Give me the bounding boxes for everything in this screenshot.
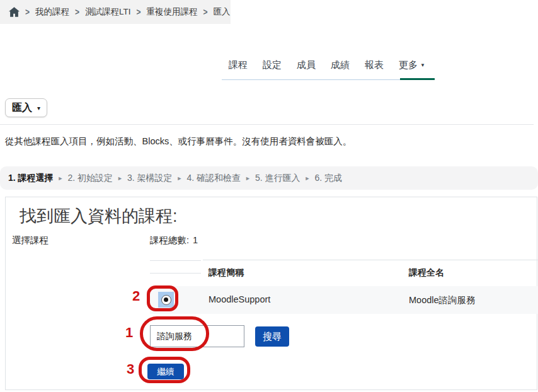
table-border-first-col-bottom [150, 273, 201, 274]
column-header-fullname: 課程全名 [409, 267, 444, 279]
table-row: MoodleSupport Moodle諮詢服務 [150, 286, 538, 314]
course-total: 課程總數:1 [150, 234, 198, 246]
radio-icon [161, 295, 171, 305]
chevron-right-icon: > [25, 7, 30, 17]
step-current-course-selection: 1. 課程選擇 [8, 173, 54, 184]
page: > 我的課程 > 測試課程LTI > 重複使用課程 > 匯入 課程 設定 成員 … [0, 0, 538, 392]
course-nav-tabs: 課程 設定 成員 成績 報表 更多 ▼ [229, 59, 425, 71]
breadcrumb: > 我的課程 > 測試課程LTI > 重複使用課程 > 匯入 [0, 0, 231, 24]
panel-heading: 找到匯入資料的課程: [20, 205, 178, 228]
home-icon[interactable] [9, 7, 20, 17]
chevron-down-icon: ▼ [420, 62, 425, 68]
search-button[interactable]: 搜尋 [255, 326, 289, 347]
chevron-right-icon: > [203, 7, 208, 17]
import-dropdown-label: 匯入 [12, 101, 32, 115]
wizard-steps: 1. 課程選擇 ► 2. 初始設定 ► 3. 架構設定 ► 4. 確認和檢查 ►… [0, 166, 538, 190]
step-arrow-icon: ► [117, 175, 123, 182]
step-arrow-icon: ► [305, 175, 311, 182]
step-confirmation-review: 4. 確認和檢查 [187, 173, 241, 184]
section-divider [0, 124, 534, 125]
tab-reports[interactable]: 報表 [365, 59, 384, 71]
chevron-right-icon: > [75, 7, 79, 17]
course-total-label: 課程總數: [150, 235, 189, 245]
caret-down-icon: ▾ [37, 105, 40, 112]
column-header-shortname: 課程簡稱 [209, 267, 244, 279]
course-radio-selected[interactable] [158, 292, 174, 308]
tabs-underline [222, 79, 400, 80]
tab-participants[interactable]: 成員 [297, 59, 316, 71]
continue-button[interactable]: 繼續 [147, 364, 184, 379]
tab-more-label: 更多 [399, 59, 418, 71]
tab-grades[interactable]: 成績 [331, 59, 350, 71]
step-arrow-icon: ► [58, 175, 64, 182]
tab-course[interactable]: 課程 [229, 59, 248, 71]
course-search-input[interactable] [150, 325, 244, 347]
table-border-top [203, 260, 538, 260]
breadcrumb-current-import: 匯入 [214, 6, 231, 18]
import-description: 從其他課程匯入項目，例如活動、Blocks、或行事曆事件。沒有使用者資料會被匯入… [5, 135, 352, 147]
step-schema-settings: 3. 架構設定 [127, 173, 173, 184]
step-complete: 6. 完成 [315, 173, 343, 184]
breadcrumb-link-my-courses[interactable]: 我的課程 [35, 6, 69, 18]
breadcrumb-link-course[interactable]: 測試課程LTI [85, 6, 131, 18]
step-initial-settings: 2. 初始設定 [68, 173, 113, 184]
import-dropdown-button[interactable]: 匯入 ▾ [5, 98, 47, 117]
cell-course-shortname: MoodleSupport [209, 294, 270, 304]
tab-settings[interactable]: 設定 [263, 59, 282, 71]
step-arrow-icon: ► [177, 175, 183, 182]
cell-course-fullname: Moodle諮詢服務 [409, 294, 476, 306]
chevron-right-icon: > [137, 7, 141, 17]
table-border-top-first-col [150, 260, 201, 261]
select-course-label: 選擇課程 [12, 234, 49, 246]
step-perform-import: 5. 進行匯入 [255, 173, 300, 184]
radio-dot [164, 297, 168, 302]
step-arrow-icon: ► [245, 175, 251, 182]
course-total-value: 1 [193, 235, 198, 245]
tab-more[interactable]: 更多 ▼ [399, 59, 425, 71]
breadcrumb-link-course-reuse[interactable]: 重複使用課程 [147, 6, 198, 18]
course-selection-panel: 找到匯入資料的課程: 選擇課程 課程總數:1 課程簡稱 課程全名 MoodleS… [5, 197, 537, 390]
tab-more-active-underline [400, 78, 435, 80]
